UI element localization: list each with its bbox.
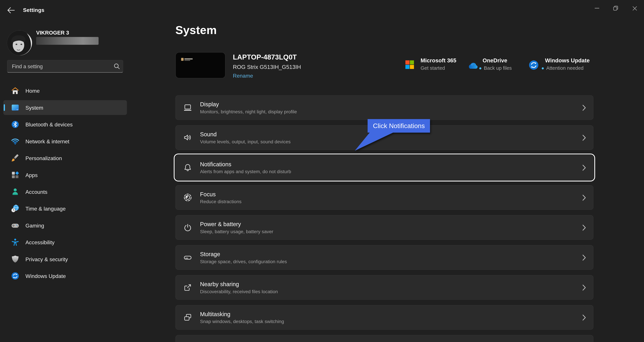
settings-row-focus[interactable]: Focus Reduce distractions — [176, 185, 594, 210]
sidebar-item-personalization[interactable]: Personalization — [3, 151, 127, 166]
sidebar-item-label: Bluetooth & devices — [26, 122, 72, 128]
sidebar-item-label: Personalization — [26, 155, 62, 161]
bluetooth-icon — [11, 120, 19, 128]
user-name: VIKROGER 3 — [36, 30, 69, 36]
settings-row-notifications[interactable]: Notifications Alerts from apps and syste… — [176, 155, 594, 180]
status-dot — [542, 67, 544, 69]
settings-row-multitasking[interactable]: Multitasking Snap windows, desktops, tas… — [176, 305, 594, 330]
avatar[interactable] — [7, 30, 32, 55]
row-title: Sound — [200, 131, 291, 138]
window-title: Settings — [23, 7, 44, 13]
row-subtitle: Monitors, brightness, night light, displ… — [200, 109, 297, 114]
sidebar-item-privacy-security[interactable]: Privacy & security — [3, 252, 127, 266]
sidebar-item-time-language[interactable]: Time & language — [3, 201, 127, 216]
row-subtitle: Snap windows, desktops, task switching — [200, 319, 284, 324]
device-thumbnail — [176, 52, 226, 78]
onedrive-icon — [468, 62, 478, 70]
minimize-button[interactable] — [587, 0, 606, 16]
selected-indicator — [4, 104, 5, 111]
user-email-redacted — [36, 37, 98, 45]
search-placeholder: Find a setting — [8, 63, 110, 69]
settings-row-storage[interactable]: Storage Storage space, drives, configura… — [176, 245, 594, 270]
row-title: Multitasking — [200, 311, 284, 317]
time-language-icon — [11, 204, 19, 213]
sidebar-item-label: Network & internet — [26, 138, 70, 144]
storage-icon — [183, 253, 192, 262]
annotation-callout-tail — [352, 132, 396, 152]
restore-button[interactable] — [606, 0, 625, 16]
row-subtitle: Discoverability, received files location — [200, 289, 278, 294]
sidebar-item-label: Gaming — [26, 222, 44, 228]
page-title: System — [176, 24, 217, 37]
sidebar-item-bluetooth-devices[interactable]: Bluetooth & devices — [3, 117, 127, 132]
quick-status-onedrive[interactable]: OneDrive Back up files — [483, 58, 512, 71]
sidebar-item-label: Home — [26, 88, 40, 94]
windows-update-status-icon — [528, 60, 539, 70]
sidebar-item-label: Accessibility — [26, 239, 54, 246]
device-model: ROG Strix G513IH_G513IH — [233, 64, 301, 70]
accessibility-icon — [11, 238, 19, 246]
system-icon — [11, 104, 19, 112]
bell-icon — [183, 163, 192, 172]
window-controls — [587, 0, 644, 16]
status-dot — [479, 67, 481, 69]
device-wallpaper-logo — [181, 58, 184, 61]
accounts-icon — [11, 188, 19, 196]
annotation-callout-text: Click Notifications — [368, 119, 430, 132]
sidebar-item-label: Accounts — [26, 188, 48, 195]
row-title: Nearby sharing — [200, 281, 278, 287]
sidebar-item-windows-update[interactable]: Windows Update — [3, 268, 127, 283]
home-icon — [11, 87, 19, 95]
chevron-right-icon — [582, 314, 586, 320]
sidebar-item-gaming[interactable]: Gaming — [3, 218, 127, 233]
sidebar-item-network-internet[interactable]: Network & internet — [3, 134, 127, 148]
sidebar-item-accessibility[interactable]: Accessibility — [3, 235, 127, 250]
quick-status-text: Get started — [420, 65, 445, 71]
gaming-icon — [11, 221, 19, 230]
share-icon — [183, 283, 192, 292]
sidebar-item-home[interactable]: Home — [3, 83, 127, 98]
power-icon — [183, 223, 192, 232]
close-button[interactable] — [625, 0, 644, 16]
quick-status-title: Microsoft 365 — [420, 58, 456, 64]
sidebar-item-apps[interactable]: Apps — [3, 168, 127, 182]
chevron-right-icon — [582, 284, 586, 290]
row-subtitle: Alerts from apps and system, do not dist… — [200, 169, 291, 174]
sidebar-item-system[interactable]: System — [3, 100, 127, 115]
settings-row-display[interactable]: Display Monitors, brightness, night ligh… — [176, 95, 594, 120]
chevron-right-icon — [582, 194, 586, 201]
row-title: Power & battery — [200, 221, 273, 228]
back-button[interactable] — [4, 4, 17, 16]
quick-status-windows-update[interactable]: Windows Update Attention needed — [545, 58, 590, 71]
chevron-right-icon — [582, 254, 586, 260]
row-subtitle: Sleep, battery usage, battery saver — [200, 229, 273, 234]
settings-row-partial[interactable] — [176, 335, 594, 342]
quick-status-microsoft-365[interactable]: Microsoft 365 Get started — [420, 58, 456, 71]
back-arrow-icon — [7, 7, 14, 14]
quick-status-title: Windows Update — [545, 58, 590, 64]
rename-link[interactable]: Rename — [233, 72, 253, 79]
windows-update-icon — [11, 272, 19, 280]
sidebar-item-label: Time & language — [26, 206, 66, 212]
sidebar-item-label: System — [26, 104, 43, 111]
apps-icon — [11, 171, 19, 179]
network-icon — [11, 137, 19, 145]
display-icon — [183, 103, 192, 112]
quick-status-title: OneDrive — [483, 58, 512, 64]
chevron-right-icon — [582, 224, 586, 230]
microsoft-365-icon — [405, 60, 414, 69]
personalization-icon — [11, 154, 19, 162]
row-title: Display — [200, 101, 297, 108]
sidebar-item-accounts[interactable]: Accounts — [3, 184, 127, 199]
row-title: Notifications — [200, 161, 291, 168]
sidebar-item-label: Apps — [26, 172, 38, 178]
search-input[interactable]: Find a setting — [7, 60, 123, 73]
quick-status-text: Attention needed — [546, 65, 584, 71]
settings-row-power-battery[interactable]: Power & battery Sleep, battery usage, ba… — [176, 215, 594, 240]
settings-window: Settings VIKROGER 3 Find a settin — [0, 0, 644, 342]
row-title: Storage — [200, 251, 287, 257]
settings-row-nearby-sharing[interactable]: Nearby sharing Discoverability, received… — [176, 275, 594, 300]
sidebar-nav: Home System Bluetooth & dev — [3, 83, 127, 283]
search-icon[interactable] — [110, 63, 123, 70]
shield-icon — [11, 255, 19, 263]
